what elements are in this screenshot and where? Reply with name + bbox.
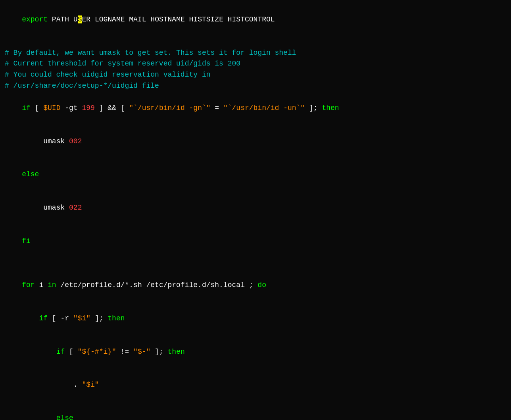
line-else-1: else <box>5 158 506 191</box>
line-comment-2: # Current threshold for system reserved … <box>5 58 506 69</box>
line-for: for i in /etc/profile.d/*.sh /etc/profil… <box>5 269 506 302</box>
line-umask-2: umask 022 <box>5 191 506 225</box>
line-if-3: if [ "${-#*i}" != "$-" ]; then <box>5 335 506 369</box>
line-1: export PATH USER LOGNAME MAIL HOSTNAME H… <box>5 3 506 37</box>
line-umask-1: umask 002 <box>5 125 506 158</box>
code-editor[interactable]: export PATH USER LOGNAME MAIL HOSTNAME H… <box>0 0 511 420</box>
line-comment-4: # /usr/share/doc/setup-*/uidgid file <box>5 81 506 92</box>
line-comment-3: # You could check uidgid reservation val… <box>5 69 506 81</box>
line-comment-1: # By default, we want umask to get set. … <box>5 48 506 59</box>
line-else-2: else <box>5 402 506 420</box>
line-blank-1 <box>5 37 506 48</box>
line-dot-1: . "$i" <box>5 368 506 402</box>
line-if-2: if [ -r "$i" ]; then <box>5 302 506 335</box>
line-blank-2 <box>5 258 506 269</box>
line-if-1: if [ $UID -gt 199 ] && [ "`/usr/bin/id -… <box>5 92 506 125</box>
line-fi-1: fi <box>5 225 506 258</box>
